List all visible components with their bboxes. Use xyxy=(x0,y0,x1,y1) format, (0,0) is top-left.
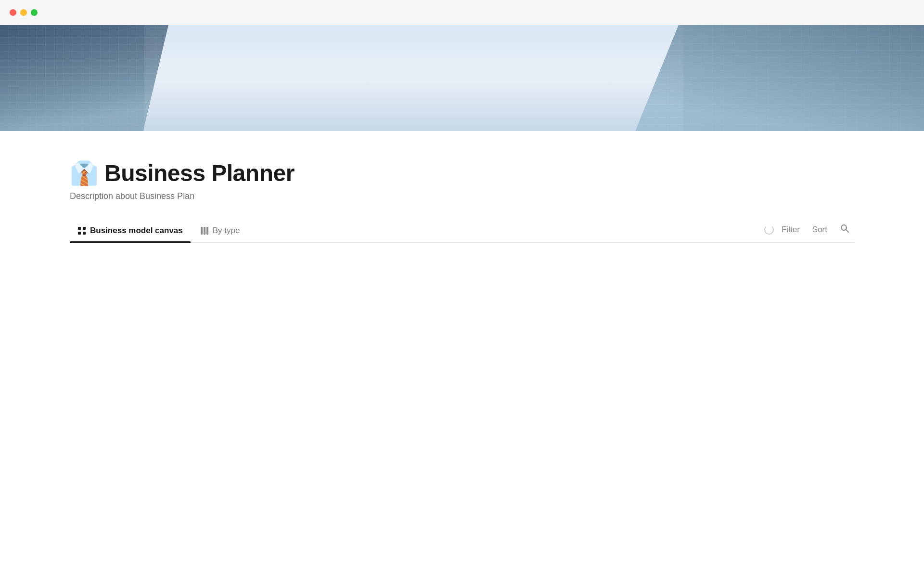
main-content: 👔 Business Planner Description about Bus… xyxy=(0,131,924,243)
building-left xyxy=(0,25,168,131)
svg-line-8 xyxy=(846,230,849,233)
tab-by-type[interactable]: By type xyxy=(192,221,248,242)
loading-spinner xyxy=(764,225,774,235)
page-description: Description about Business Plan xyxy=(70,191,854,201)
toolbar-right: Filter Sort xyxy=(764,221,854,242)
svg-rect-3 xyxy=(83,232,86,235)
hero-banner xyxy=(0,25,924,131)
title-row: 👔 Business Planner xyxy=(70,160,854,186)
close-button[interactable] xyxy=(10,9,16,16)
svg-rect-1 xyxy=(83,227,86,230)
page-title: Business Planner xyxy=(104,160,295,186)
grid-icon xyxy=(77,226,86,235)
search-button[interactable] xyxy=(835,221,854,238)
search-icon xyxy=(840,223,849,236)
building-right xyxy=(635,25,924,131)
tabs-bar: Business model canvas By type Filte xyxy=(70,221,854,243)
svg-rect-0 xyxy=(78,227,81,230)
minimize-button[interactable] xyxy=(20,9,27,16)
svg-rect-6 xyxy=(206,227,208,235)
titlebar xyxy=(0,0,924,25)
sort-button[interactable]: Sort xyxy=(808,222,832,237)
page-emoji: 👔 xyxy=(70,162,99,185)
sort-label: Sort xyxy=(812,225,827,235)
filter-button[interactable]: Filter xyxy=(777,222,805,237)
tab-business-model-canvas[interactable]: Business model canvas xyxy=(70,221,191,242)
tabs-left: Business model canvas By type xyxy=(70,221,764,242)
page-title-area: 👔 Business Planner Description about Bus… xyxy=(70,160,854,201)
maximize-button[interactable] xyxy=(31,9,38,16)
tab-by-type-label: By type xyxy=(213,226,240,236)
svg-rect-2 xyxy=(78,232,81,235)
svg-rect-4 xyxy=(201,227,203,235)
tab-business-model-canvas-label: Business model canvas xyxy=(90,226,183,236)
sky-middle xyxy=(144,25,683,131)
svg-rect-5 xyxy=(204,227,205,235)
columns-icon xyxy=(200,226,209,235)
filter-label: Filter xyxy=(782,225,800,235)
